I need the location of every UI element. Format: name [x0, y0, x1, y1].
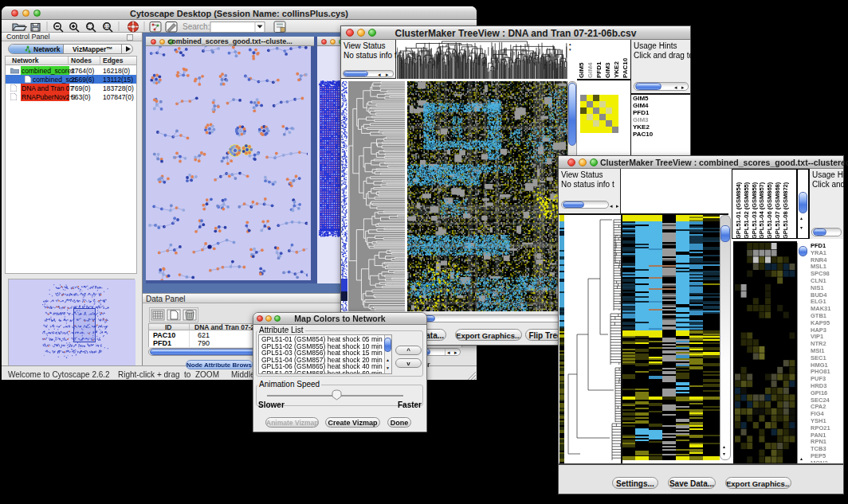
- svg-text:1:1: 1:1: [104, 25, 110, 29]
- svg-text:Search:: Search:: [183, 22, 210, 31]
